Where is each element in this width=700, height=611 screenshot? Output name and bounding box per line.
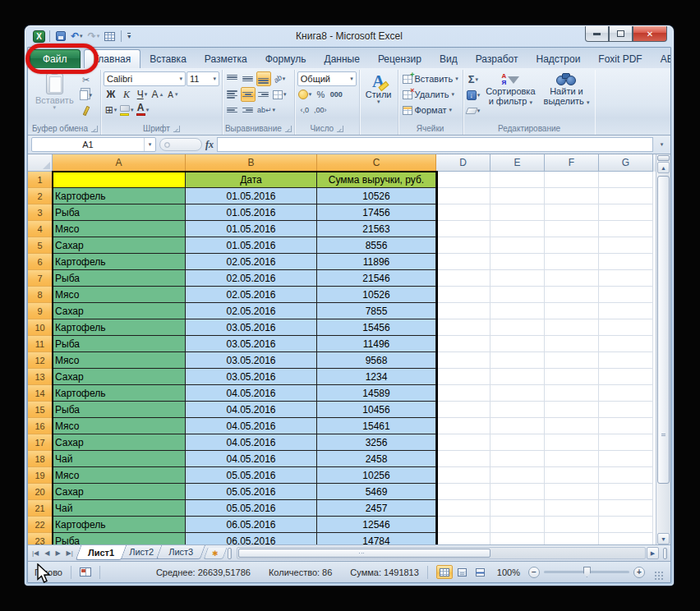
row-header-2[interactable]: 2 <box>28 188 53 204</box>
cell-F20[interactable] <box>545 484 599 500</box>
row-header-13[interactable]: 13 <box>28 369 53 385</box>
horizontal-scrollbar[interactable]: ▶ <box>236 547 660 560</box>
cell-G3[interactable] <box>599 204 653 221</box>
cell-A4[interactable]: Мясо <box>53 221 186 237</box>
cell-G16[interactable] <box>599 418 653 434</box>
cell-E12[interactable] <box>490 352 545 369</box>
cell-F13[interactable] <box>545 369 599 385</box>
cell-A1[interactable] <box>53 172 186 188</box>
increase-decimal-button[interactable]: ‹,0 <box>297 103 312 117</box>
cell-E17[interactable] <box>490 434 545 451</box>
cell-G12[interactable] <box>599 352 653 369</box>
cell-E3[interactable] <box>490 204 545 221</box>
increase-indent-button[interactable] <box>241 103 256 117</box>
cell-E15[interactable] <box>490 402 545 418</box>
format-painter-button[interactable] <box>79 103 94 118</box>
accounting-format-button[interactable]: ▾ <box>297 87 313 102</box>
row-header-9[interactable]: 9 <box>28 303 53 319</box>
cell-G22[interactable] <box>599 517 653 533</box>
cell-G23[interactable] <box>599 533 653 544</box>
cell-D2[interactable] <box>436 188 490 204</box>
row-header-8[interactable]: 8 <box>28 287 53 303</box>
cell-D20[interactable] <box>436 484 490 500</box>
column-header-F[interactable]: F <box>545 154 599 172</box>
cell-E19[interactable] <box>490 467 545 484</box>
row-header-20[interactable]: 20 <box>28 484 53 500</box>
sort-filter-button[interactable]: АЯ Сортировкаи фильтр ▾ <box>482 71 538 122</box>
row-header-7[interactable]: 7 <box>28 270 53 287</box>
align-bottom-button[interactable] <box>256 71 271 86</box>
cell-A16[interactable]: Мясо <box>53 418 186 434</box>
cell-E13[interactable] <box>490 369 545 385</box>
cell-A5[interactable]: Сахар <box>53 237 186 254</box>
cell-G7[interactable] <box>599 270 653 287</box>
cell-A21[interactable]: Чай <box>53 500 186 517</box>
cell-C7[interactable]: 21546 <box>317 270 436 287</box>
cell-F12[interactable] <box>545 352 599 369</box>
cell-B17[interactable]: 04.05.2016 <box>186 434 317 451</box>
cut-button[interactable]: ✂ <box>79 72 94 87</box>
formula-input[interactable] <box>217 137 653 152</box>
macro-record-icon[interactable] <box>80 567 91 577</box>
cell-B22[interactable]: 06.05.2016 <box>186 517 317 533</box>
cell-C17[interactable]: 3256 <box>317 434 436 451</box>
font-size-combo[interactable]: 11▾ <box>187 71 219 86</box>
cell-D23[interactable] <box>436 533 490 544</box>
cell-G18[interactable] <box>599 451 653 467</box>
cell-A2[interactable]: Картофель <box>53 188 186 204</box>
vertical-scrollbar[interactable]: ▲ ▼ <box>656 154 670 544</box>
paste-button[interactable]: Вставить▾ <box>32 71 77 122</box>
cell-E20[interactable] <box>490 484 545 500</box>
cell-C10[interactable]: 15456 <box>317 319 436 336</box>
ribbon-tab-Разработ[interactable]: Разработ <box>467 50 527 68</box>
grow-font-button[interactable]: А▲ <box>150 87 165 102</box>
cell-B15[interactable]: 04.05.2016 <box>186 402 317 418</box>
cell-B14[interactable]: 04.05.2016 <box>186 385 317 402</box>
cell-B2[interactable]: 01.05.2016 <box>186 188 317 204</box>
row-header-17[interactable]: 17 <box>28 434 53 451</box>
cell-A22[interactable]: Картофель <box>53 517 186 533</box>
zoom-slider-track[interactable] <box>544 571 629 573</box>
merge-center-button[interactable]: ▾ <box>272 87 288 102</box>
cell-G5[interactable] <box>599 237 653 254</box>
cell-G8[interactable] <box>599 287 653 303</box>
scroll-up-button[interactable]: ▲ <box>657 162 670 173</box>
row-header-22[interactable]: 22 <box>28 517 53 533</box>
font-color-button[interactable]: А▾ <box>135 103 150 117</box>
fill-color-button[interactable]: ▾ <box>119 103 135 117</box>
cell-C18[interactable]: 2458 <box>317 451 436 467</box>
cell-F6[interactable] <box>545 254 599 270</box>
vertical-scroll-thumb[interactable] <box>657 176 670 484</box>
cell-F19[interactable] <box>545 467 599 484</box>
align-middle-button[interactable] <box>241 71 256 86</box>
column-header-B[interactable]: B <box>186 154 317 172</box>
cell-E1[interactable] <box>490 172 545 188</box>
sheet-tab-Лист1[interactable]: Лист1 <box>76 545 127 560</box>
cell-G10[interactable] <box>599 319 653 336</box>
row-header-23[interactable]: 23 <box>28 533 53 544</box>
autosum-button[interactable]: Σ▾ <box>466 72 481 87</box>
column-header-A[interactable]: A <box>53 154 186 172</box>
column-header-G[interactable]: G <box>599 154 653 172</box>
cell-B20[interactable]: 05.05.2016 <box>186 484 317 500</box>
cell-C13[interactable]: 1234 <box>317 369 436 385</box>
chevron-down-icon[interactable]: ▾ <box>144 138 155 151</box>
cell-C11[interactable]: 11496 <box>317 336 436 352</box>
cell-C12[interactable]: 9568 <box>317 352 436 369</box>
orientation-button[interactable]: ab▾ <box>272 71 287 86</box>
font-family-combo[interactable]: Calibri▾ <box>104 71 186 86</box>
scroll-down-button[interactable]: ▼ <box>657 533 670 544</box>
cell-C23[interactable]: 14784 <box>317 533 436 544</box>
cell-C5[interactable]: 8556 <box>317 237 436 254</box>
cell-C6[interactable]: 11896 <box>317 254 436 270</box>
cell-C8[interactable]: 10526 <box>317 287 436 303</box>
cell-E11[interactable] <box>490 336 545 352</box>
cell-E7[interactable] <box>490 270 545 287</box>
column-header-D[interactable]: D <box>436 154 490 172</box>
cell-C19[interactable]: 10256 <box>317 467 436 484</box>
cell-A19[interactable]: Мясо <box>53 467 186 484</box>
cell-E4[interactable] <box>490 221 545 237</box>
ribbon-tab-ABBYY PD[interactable]: ABBYY PD <box>652 50 671 68</box>
cell-E6[interactable] <box>490 254 545 270</box>
cell-E22[interactable] <box>490 517 545 533</box>
